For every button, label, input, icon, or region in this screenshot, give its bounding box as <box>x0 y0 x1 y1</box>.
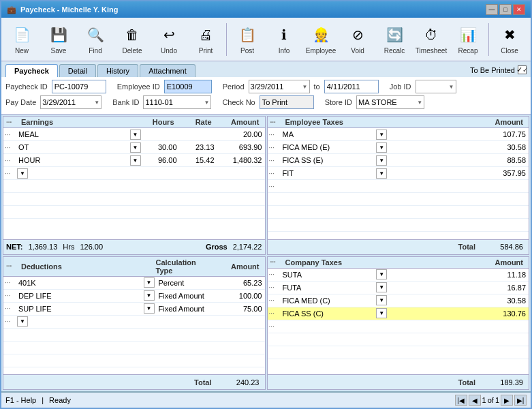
pay-date-select[interactable]: 3/29/2011 ▼ <box>40 95 101 109</box>
ded-row0-dots[interactable]: ··· <box>3 279 17 286</box>
ctax-row1-dots[interactable]: ··· <box>268 284 281 291</box>
recalc-icon: 🔄 <box>384 24 405 46</box>
post-button[interactable]: 📋 Post <box>230 20 265 59</box>
nav-next-button[interactable]: ▶ <box>501 395 513 406</box>
employee-id-label: Employee ID <box>117 82 160 91</box>
check-no-input[interactable] <box>260 95 314 109</box>
company-taxes-panel: ··· Company Taxes Amount ··· SUTA ▼ 11.1… <box>267 256 530 391</box>
etax-row3-select[interactable]: ▼ <box>376 168 387 179</box>
store-id-select[interactable]: MA STORE ▼ <box>356 95 424 109</box>
tab-paycheck[interactable]: Paycheck <box>5 64 58 77</box>
ded-dots[interactable]: ··· <box>6 262 20 270</box>
ded-total-value: 240.23 <box>215 378 262 387</box>
ctax-row3-select[interactable]: ▼ <box>376 308 387 318</box>
etax-new-dots[interactable]: ··· <box>268 183 281 190</box>
window-icon: 💼 <box>7 5 16 14</box>
nav-last-button[interactable]: ▶| <box>514 395 527 406</box>
ded-row-1: ··· DEP LIFE ▼ Fixed Amount 100.00 <box>3 290 265 303</box>
tab-attachment[interactable]: Attachment <box>140 64 195 77</box>
ded-row1-dots[interactable]: ··· <box>3 292 17 299</box>
etax-row3-dots[interactable]: ··· <box>268 170 281 177</box>
store-id-arrow: ▼ <box>417 100 422 106</box>
void-button[interactable]: ⊘ Void <box>340 20 375 59</box>
row2-select[interactable]: ▼ <box>130 155 141 166</box>
to-be-printed-area: To Be Printed ✓ <box>470 65 527 77</box>
minimize-button[interactable]: — <box>486 4 498 15</box>
earnings-dots[interactable]: ··· <box>6 119 20 126</box>
row1-dots[interactable]: ··· <box>3 144 17 151</box>
earnings-empty-2 <box>3 193 265 206</box>
paycheck-id-input[interactable] <box>52 80 106 93</box>
row0-dots[interactable]: ··· <box>3 131 17 138</box>
etax-row1-select[interactable]: ▼ <box>376 142 387 153</box>
employee-label: Employee <box>306 47 336 55</box>
job-id-select[interactable]: ▼ <box>416 80 456 93</box>
etax-row2-dots[interactable]: ··· <box>268 157 281 164</box>
form-row-1: Paycheck ID Employee ID Period 3/29/2011… <box>5 80 527 93</box>
save-button[interactable]: 💾 Save <box>41 20 76 59</box>
ctax-new-dots[interactable]: ··· <box>268 322 281 330</box>
recalc-button[interactable]: 🔄 Recalc <box>377 20 412 59</box>
ctax-row1-select[interactable]: ▼ <box>376 282 387 292</box>
period-to-input[interactable] <box>324 80 379 93</box>
post-icon: 📋 <box>236 24 258 46</box>
ctax-row2-dots[interactable]: ··· <box>268 297 281 304</box>
ctax-dots[interactable]: ··· <box>270 258 284 266</box>
ded-new-select[interactable]: ▼ <box>17 316 28 327</box>
close-toolbar-button[interactable]: ✖ Close <box>492 20 527 59</box>
bank-id-select[interactable]: 1110-01 ▼ <box>143 95 211 109</box>
title-bar-controls: — □ ✕ <box>486 4 525 15</box>
ded-row2-dots[interactable]: ··· <box>3 305 17 312</box>
ctax-row0-select[interactable]: ▼ <box>376 269 387 279</box>
etax-dots[interactable]: ··· <box>270 119 284 126</box>
etax-row0-dots[interactable]: ··· <box>268 131 281 138</box>
nav-prev-button[interactable]: ◀ <box>469 395 481 406</box>
ctax-empty-1 <box>268 333 529 346</box>
delete-button[interactable]: 🗑 Delete <box>114 20 150 59</box>
ded-row0-select[interactable]: ▼ <box>144 277 155 288</box>
period-from-select[interactable]: 3/29/2011 ▼ <box>249 80 310 93</box>
ded-row2-select[interactable]: ▼ <box>144 303 155 314</box>
etax-row1-dots[interactable]: ··· <box>268 144 281 151</box>
nav-first-button[interactable]: |◀ <box>455 395 467 406</box>
etax-row2-select[interactable]: ▼ <box>376 155 387 166</box>
row0-select[interactable]: ▼ <box>130 130 141 140</box>
info-button[interactable]: ℹ Info <box>266 20 302 59</box>
ctax-row3-dots[interactable]: ··· <box>268 309 281 317</box>
etax-row-0: ··· MA ▼ 107.75 <box>268 128 529 141</box>
etax-empty-1 <box>268 193 529 206</box>
ded-new-dots[interactable]: ··· <box>3 318 17 325</box>
employee-id-input[interactable] <box>164 80 212 93</box>
recap-button[interactable]: 📊 Recap <box>450 20 486 59</box>
ctax-row0-dots[interactable]: ··· <box>268 271 281 278</box>
new-button[interactable]: 📄 New <box>4 20 40 59</box>
find-button[interactable]: 🔍 Find <box>78 20 113 59</box>
undo-button[interactable]: ↩ Undo <box>151 20 187 59</box>
earnings-footer: NET: 1,369.13 Hrs 126.00 Gross 2,174.22 <box>3 239 265 254</box>
to-be-printed-checkbox[interactable]: ✓ <box>518 65 527 74</box>
tab-history[interactable]: History <box>97 64 138 77</box>
etax-row0-select[interactable]: ▼ <box>376 130 387 140</box>
maximize-button[interactable]: □ <box>499 4 512 15</box>
timesheet-button[interactable]: ⏱ Timesheet <box>413 20 449 59</box>
form-row-2: Pay Date 3/29/2011 ▼ Bank ID 1110-01 ▼ C… <box>5 95 527 109</box>
ded-row0-name: 401K <box>17 279 144 287</box>
employee-button[interactable]: 👷 Employee <box>303 20 339 59</box>
ctax-row0-name: SUTA <box>281 271 377 279</box>
row2-dots[interactable]: ··· <box>3 157 17 164</box>
ded-row0-calctype: Percent <box>156 279 217 287</box>
title-bar-title: 💼 Paycheck - Michelle Y. King <box>7 5 118 14</box>
earnings-header: ··· Earnings Hours Rate Amount <box>3 117 265 128</box>
tab-detail[interactable]: Detail <box>59 64 96 77</box>
row-new-dots[interactable]: ··· <box>3 170 17 177</box>
row0-amount: 20.00 <box>217 130 265 138</box>
page-of: of <box>488 396 494 404</box>
close-button[interactable]: ✕ <box>513 4 525 15</box>
ded-row1-select[interactable]: ▼ <box>144 290 155 301</box>
ctax-row2-select[interactable]: ▼ <box>376 295 387 305</box>
row1-select[interactable]: ▼ <box>130 142 141 153</box>
row-new-select[interactable]: ▼ <box>17 168 28 179</box>
ded-row1-amount: 100.00 <box>217 292 265 300</box>
print-button[interactable]: 🖨 Print <box>188 20 223 59</box>
ctax-row2-amount: 30.58 <box>481 297 529 305</box>
